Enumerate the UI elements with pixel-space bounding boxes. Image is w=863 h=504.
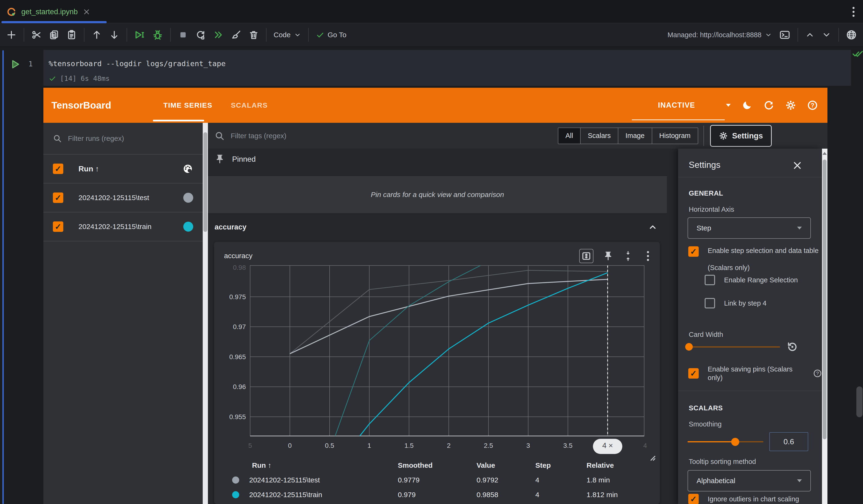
expand-down-icon[interactable]: [822, 30, 831, 40]
scroll-up-arrow[interactable]: [823, 152, 827, 155]
horizontal-axis-select[interactable]: Step: [688, 217, 811, 239]
cell-relative: 1.8 min: [587, 476, 655, 484]
add-cell-button[interactable]: [6, 30, 16, 40]
paste-cells-button[interactable]: [66, 30, 77, 40]
filter-histogram-button[interactable]: Histogram: [652, 128, 698, 144]
move-cell-up-button[interactable]: [91, 30, 102, 40]
refresh-icon[interactable]: [763, 100, 774, 111]
tooltip-sort-select[interactable]: Alphabetical: [688, 470, 811, 491]
run-column-header[interactable]: Run ↑: [78, 165, 99, 173]
delete-cell-trash-button[interactable]: [249, 30, 259, 40]
divider: [678, 391, 822, 391]
run-filter-input[interactable]: [68, 135, 193, 142]
svg-text:1: 1: [367, 442, 371, 449]
smoothing-slider-thumb[interactable]: [731, 438, 739, 446]
filter-image-button[interactable]: Image: [618, 128, 652, 144]
col-value[interactable]: Value: [477, 461, 535, 469]
cell-step: 4: [535, 476, 587, 484]
reset-card-width-icon[interactable]: [786, 340, 798, 353]
smoothing-slider-fill: [688, 441, 735, 442]
fit-to-data-button[interactable]: [579, 249, 593, 263]
pinned-title: Pinned: [232, 155, 256, 164]
cell-type-select[interactable]: Code: [274, 31, 301, 39]
debug-cell-button[interactable]: [152, 29, 163, 40]
goto-button[interactable]: Go To: [316, 30, 347, 39]
chevron-up-icon[interactable]: [648, 222, 658, 232]
settings-button[interactable]: Settings: [710, 125, 772, 147]
search-icon: [53, 134, 62, 143]
cell-run-icon[interactable]: [10, 59, 21, 70]
settings-scrollbar[interactable]: [822, 149, 827, 504]
tab-scalars[interactable]: SCALARS: [231, 101, 268, 109]
smoothing-label: Smoothing: [689, 420, 722, 428]
card-width-slider-thumb[interactable]: [685, 343, 693, 351]
run-cell-button[interactable]: [134, 29, 145, 40]
status-select[interactable]: INACTIVE: [658, 101, 731, 110]
run-train-checkbox[interactable]: ✓: [53, 222, 63, 232]
card-menu-kebab-icon[interactable]: [643, 250, 653, 262]
clear-outputs-broom-button[interactable]: [231, 30, 241, 40]
terminal-icon[interactable]: [779, 30, 790, 40]
col-relative[interactable]: Relative: [587, 461, 655, 469]
palette-icon[interactable]: [182, 163, 193, 174]
interrupt-kernel-button[interactable]: [178, 30, 188, 40]
smoothing-value-input[interactable]: [775, 437, 803, 446]
gear-icon[interactable]: [785, 100, 796, 111]
filter-scalars-button[interactable]: Scalars: [580, 128, 618, 144]
scrollbar-thumb[interactable]: [203, 132, 207, 232]
card-width-slider[interactable]: [688, 346, 780, 348]
svg-text:0.5: 0.5: [325, 442, 334, 449]
collapse-up-icon[interactable]: [805, 30, 815, 40]
col-smoothed[interactable]: Smoothed: [398, 461, 477, 469]
cell-success-doublecheck-icon: [852, 49, 863, 58]
help-icon[interactable]: ?: [807, 100, 818, 111]
restart-kernel-button[interactable]: [195, 30, 206, 40]
tooltip-sort-label: Tooltip sorting method: [689, 458, 756, 466]
cell-code-text[interactable]: %tensorboard --logdir logs/gradient_tape: [49, 59, 226, 68]
cut-cells-button[interactable]: [31, 30, 42, 40]
tab-time-series[interactable]: TIME SERIES: [163, 101, 212, 109]
tags-filter-row: All Scalars Image Histogram Settings: [208, 123, 827, 149]
filter-all-button[interactable]: All: [558, 128, 580, 144]
collapse-card-icon[interactable]: [623, 251, 633, 261]
col-step[interactable]: Step: [535, 461, 587, 469]
svg-text:0.97: 0.97: [233, 323, 246, 330]
step-selection-checkbox[interactable]: ✓: [688, 246, 699, 257]
run-test-checkbox[interactable]: ✓: [53, 192, 63, 203]
run-row-train[interactable]: ✓ 20241202-125115\train: [43, 212, 203, 241]
notebook-tab[interactable]: get_started.ipynb: [2, 1, 107, 22]
pin-card-icon[interactable]: [603, 251, 613, 261]
pinned-empty-message: Pin cards for a quick view and compariso…: [371, 191, 504, 199]
kernel-select[interactable]: Managed: http://localhost:8888: [667, 31, 772, 39]
tag-filter-input[interactable]: [231, 132, 558, 140]
sidebar-scrollbar[interactable]: [203, 123, 208, 504]
divider: [678, 177, 822, 177]
run-test-color-dot[interactable]: [183, 193, 193, 203]
ignore-outliers-checkbox[interactable]: ✓: [688, 494, 699, 504]
saving-pins-checkbox[interactable]: ✓: [688, 368, 699, 379]
copy-cells-button[interactable]: [49, 30, 59, 40]
kernel-label: Managed: http://localhost:8888: [667, 31, 762, 39]
move-cell-down-button[interactable]: [109, 30, 120, 40]
globe-icon[interactable]: [846, 29, 857, 40]
tab-bar: get_started.ipynb: [0, 0, 863, 23]
scrollbar-thumb[interactable]: [823, 160, 826, 439]
select-all-runs-checkbox[interactable]: ✓: [53, 164, 63, 174]
caret-down-icon: [797, 227, 802, 229]
range-selection-checkbox[interactable]: ✓: [705, 275, 715, 285]
help-icon[interactable]: ?: [813, 369, 822, 378]
tab-close-icon[interactable]: [83, 8, 90, 15]
scalars-heading: SCALARS: [689, 404, 723, 412]
tabbar-menu-kebab-icon[interactable]: [848, 6, 859, 18]
run-row-test[interactable]: ✓ 20241202-125115\test: [43, 184, 203, 212]
run-all-cells-button[interactable]: [213, 29, 224, 40]
close-icon[interactable]: [792, 161, 802, 171]
window-scrollbar-thumb[interactable]: [856, 387, 863, 417]
col-run[interactable]: Run ↑: [252, 461, 272, 469]
run-train-color-dot[interactable]: [183, 222, 193, 231]
accuracy-section-header[interactable]: accuracy: [208, 214, 667, 240]
accuracy-line-chart[interactable]: 0.9550.960.9650.970.9750.98500.511.522.5…: [219, 264, 653, 462]
code-cell[interactable]: [43, 50, 851, 86]
dark-mode-moon-icon[interactable]: [742, 100, 752, 111]
link-by-step-checkbox[interactable]: ✓: [705, 298, 715, 308]
